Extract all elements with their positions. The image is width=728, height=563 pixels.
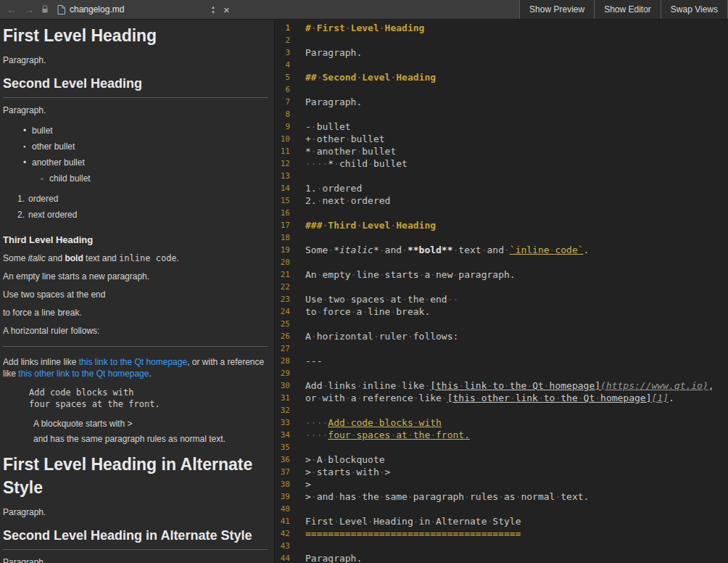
editor-line-text (299, 83, 311, 96)
editor-line-text (299, 108, 311, 120)
editor-line: 25 (275, 318, 728, 330)
forward-button[interactable]: → (24, 0, 34, 20)
whitespace-dots: · (356, 72, 362, 83)
line-number: 38 (275, 478, 299, 490)
editor-line-text: Paragraph. (299, 46, 362, 59)
view-buttons: Show Preview Show Editor Swap Views (519, 0, 728, 19)
whitespace-dots: · (322, 294, 328, 305)
show-preview-button[interactable]: Show Preview (519, 0, 594, 19)
editor-token-strong: **bold** (408, 244, 453, 255)
editor-line: 34····four·spaces·at·the·front. (275, 429, 728, 441)
markdown-editor-pane[interactable]: 1#·First·Level·Heading2 3Paragraph.4 5##… (275, 20, 728, 563)
whitespace-dots: · (311, 133, 317, 144)
whitespace-dots: ·· (447, 294, 459, 305)
editor-line: 20 (275, 256, 728, 268)
swap-views-button[interactable]: Swap Views (661, 0, 728, 19)
whitespace-dots: · (419, 269, 425, 280)
preview-list-item: •bullet (3, 123, 268, 139)
line-number: 39 (275, 490, 299, 503)
preview-list-item: ▪other bullet (3, 139, 268, 155)
show-editor-button[interactable]: Show Editor (594, 0, 661, 19)
whitespace-dots: · (458, 380, 464, 391)
editor-token-t: Paragraph. (305, 96, 362, 107)
back-button[interactable]: ← (7, 0, 17, 20)
qt-homepage-link[interactable]: this link to the Qt homepage (79, 357, 187, 367)
whitespace-dots: · (368, 158, 373, 169)
whitespace-dots: · (390, 72, 396, 83)
editor-line: 41First·Level·Heading·in·Alternate·Style (275, 515, 728, 527)
line-number: 7 (275, 96, 299, 108)
line-number: 2 (275, 34, 299, 46)
whitespace-dots: · (385, 294, 391, 305)
circle-bullet-icon: ◦ (41, 170, 49, 186)
close-document-button[interactable]: × (223, 0, 230, 20)
preview-paragraph: to force a line break. (3, 307, 268, 319)
whitespace-dots: · (430, 430, 436, 440)
whitespace-dots: · (334, 491, 339, 502)
line-number: 20 (275, 256, 299, 268)
preview-paragraph: Paragraph. (3, 556, 268, 563)
line-number: 12 (275, 157, 299, 170)
editor-line-text: #·First·Level·Heading (299, 22, 424, 34)
lock-icon (41, 5, 49, 14)
line-number: 33 (275, 416, 299, 429)
list-item-text: ordered (28, 191, 58, 207)
editor-token-url: (https://www.qt.io) (600, 380, 708, 391)
editor-line-text: ##·Second·Level·Heading (299, 71, 436, 83)
line-number: 16 (275, 207, 299, 219)
dropdown-arrows-icon[interactable]: ▲ ▼ (211, 5, 215, 15)
open-document-dropdown[interactable]: changelog.md ▲ ▼ (57, 4, 215, 15)
editor-line-text: Use·two·spaces·at·the·end·· (299, 293, 458, 305)
editor-line: 40 (275, 503, 728, 515)
disc-bullet-icon: • (23, 155, 32, 170)
editor-line: 26A·horizontal·ruler·follows: (275, 330, 728, 342)
list-item-text: next ordered (28, 207, 77, 223)
qt-homepage-link[interactable]: this other link to the Qt homepage (18, 369, 149, 379)
whitespace-dots: · (345, 393, 351, 403)
editor-line: 21An·empty·line·starts·a·new·paragraph. (275, 268, 728, 281)
editor-token-t: . (584, 244, 590, 255)
whitespace-dots: · (413, 393, 419, 403)
preview-blockquote: A blockquote starts with >and has the sa… (33, 418, 268, 445)
line-number: 14 (275, 182, 299, 194)
editor-token-t: > (305, 479, 311, 490)
editor-line: 19Some·*italic*·and·**bold**·text·and·`i… (275, 244, 728, 256)
editor-token-t: >·and·has·the·same·paragraph·rules·as·no… (305, 491, 589, 502)
whitespace-dots: · (555, 393, 561, 403)
preview-list-item: •another bullet (3, 155, 268, 170)
whitespace-dots: · (362, 306, 368, 317)
inline-code: inline code (119, 253, 176, 263)
editor-line: 24to·force·a·line·break. (275, 305, 728, 318)
editor-line-text: Add·links·inline·like·[this·link·to·the·… (299, 379, 714, 392)
editor-line: 44Paragraph. (275, 552, 728, 563)
editor-line: 31or·with·a·reference·like·[this·other·l… (275, 392, 728, 404)
whitespace-dots: · (390, 306, 396, 317)
whitespace-dots: · (578, 393, 584, 403)
preview-code-block: Add code blocks withfour spaces at the f… (29, 387, 268, 410)
editor-line-text: A·horizontal·ruler·follows: (299, 330, 458, 342)
editor-line: 30Add·links·inline·like·[this·link·to·th… (275, 379, 728, 392)
markdown-preview-pane[interactable]: First Level HeadingParagraph.Second Leve… (0, 20, 275, 563)
line-number: 44 (275, 552, 299, 563)
line-number: 32 (275, 404, 299, 416)
whitespace-dots: · (368, 516, 373, 527)
editor-line-text (299, 256, 311, 268)
editor-token-t: Add·links·inline·like· (305, 380, 430, 391)
whitespace-dots: · (555, 491, 561, 502)
editor-token-t: 1.·ordered (305, 183, 362, 194)
whitespace-dots: · (322, 454, 328, 465)
blockquote-paragraph: and has the same paragraph rules as norm… (33, 433, 268, 445)
document-icon (57, 5, 65, 15)
preview-list-item: ◦child bullet (3, 170, 268, 186)
editor-line: 8 (275, 108, 728, 120)
editor-line: 11*·another·bullet (275, 145, 728, 157)
preview-paragraph: An empty line starts a new paragraph. (3, 271, 268, 282)
preview-bullet-list: •bullet▪other bullet•another bullet◦chil… (3, 123, 268, 186)
editor-line-text: Some·*italic*·and·**bold**·text·and·`inl… (299, 244, 589, 256)
line-number: 37 (275, 466, 299, 478)
whitespace-dots: · (334, 516, 339, 527)
editor-token-t: -·bullet (305, 121, 351, 132)
whitespace-dots: · (345, 417, 351, 428)
preview-paragraph: Add links inline like this link to the Q… (3, 356, 268, 379)
whitespace-dots: · (408, 430, 413, 440)
